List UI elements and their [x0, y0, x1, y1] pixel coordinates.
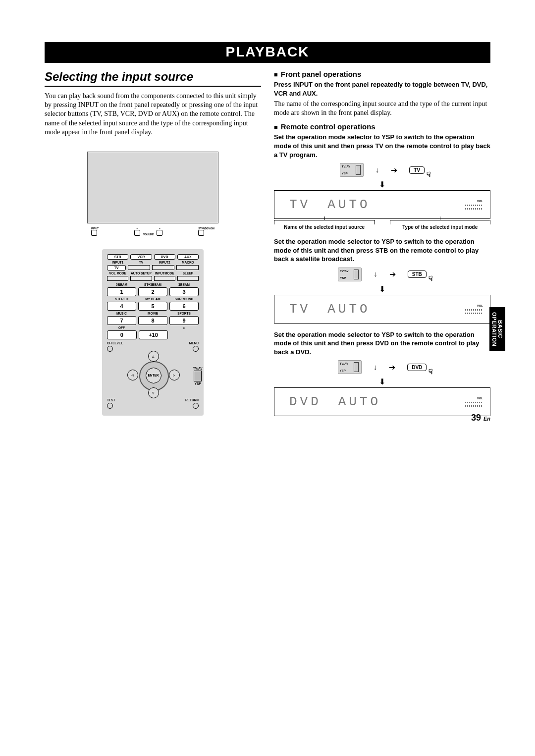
- remote-instruction-tv: Set the operation mode selector to YSP t…: [274, 133, 490, 159]
- mode-switch-icon: TV/AVYSP: [338, 360, 362, 374]
- remote-control-figure: STB VCR DVD AUX INPUT1 TV INPUT2 MACRO T…: [102, 249, 204, 416]
- fp-input-label: INPUT: [91, 227, 99, 230]
- remote-right[interactable]: ▹: [169, 370, 180, 380]
- remote-chlevel[interactable]: [107, 346, 113, 352]
- remote-stb[interactable]: STB: [107, 254, 128, 260]
- section-heading: Selecting the input source: [45, 70, 261, 87]
- diagram-dvd: TV/AVYSP ↓➔ DVD☟ ⬇ DVDAUTO VOL: [274, 360, 490, 416]
- remote-instruction-dvd: Set the operation mode selector to YSP t…: [274, 330, 490, 357]
- switch-arrow-icon: ↓: [375, 166, 379, 174]
- fp-standby-button[interactable]: [198, 230, 204, 236]
- remote-up[interactable]: ▵: [148, 351, 159, 362]
- diagram-tv: TV/AV YSP ↓ ➔ TV☟ ⬇ TVAUTO VOL Name of t…: [274, 163, 490, 230]
- display-dvd: DVDAUTO VOL: [274, 387, 490, 416]
- display-stb: TVAUTO VOL: [274, 295, 490, 324]
- fp-vol-up[interactable]: [157, 230, 162, 236]
- remote-down[interactable]: ▿: [148, 387, 159, 398]
- right-arrow-icon: ➔: [391, 165, 397, 175]
- remote-sq1[interactable]: [128, 265, 150, 270]
- down-arrow-icon: ⬇: [274, 180, 490, 189]
- front-panel-figure: INPUT – VOLUME + STANDBY/ON: [87, 152, 218, 238]
- remote-vcr[interactable]: VCR: [130, 254, 152, 260]
- hand-icon: ☟: [427, 170, 431, 178]
- fp-input-button[interactable]: [91, 230, 97, 236]
- remote-left[interactable]: ◃: [127, 370, 138, 380]
- remote-enter[interactable]: ENTER: [146, 368, 161, 383]
- intro-text: You can play back sound from the compone…: [45, 92, 261, 137]
- fp-standby-label: STANDBY/ON: [198, 227, 214, 230]
- caption-source: Name of the selected input source: [274, 224, 375, 230]
- page-title: PLAYBACK: [45, 42, 490, 63]
- mode-switch-icon: TV/AVYSP: [338, 268, 362, 281]
- remote-return[interactable]: [193, 403, 199, 409]
- display-tv: TVAUTO VOL: [274, 190, 490, 219]
- diagram-stb: TV/AVYSP ↓➔ STB☟ ⬇ TVAUTO VOL: [274, 268, 490, 324]
- fp-vol-down[interactable]: [134, 230, 140, 236]
- dvd-button-label: DVD☟: [407, 364, 427, 371]
- remote-dpad: ENTER ▵ ▿ ◃ ▹ TV/AV YSP: [123, 353, 183, 397]
- front-panel-note: The name of the corresponding input sour…: [274, 100, 490, 117]
- caption-mode: Type of the selected input mode: [390, 224, 491, 230]
- remote-mode-switch[interactable]: [194, 371, 202, 381]
- front-panel-instruction: Press INPUT on the front panel repeatedl…: [274, 80, 490, 98]
- remote-dvd[interactable]: DVD: [154, 254, 175, 260]
- tv-button-label: TV☟: [409, 166, 425, 174]
- remote-tv[interactable]: TV: [107, 265, 126, 270]
- fp-volume-label: VOLUME: [143, 233, 154, 236]
- remote-sq2[interactable]: [152, 265, 174, 270]
- stb-button-label: STB☟: [408, 270, 427, 278]
- mode-switch-icon: TV/AV YSP: [340, 163, 364, 177]
- remote-menu[interactable]: [193, 346, 199, 352]
- page-number: 39 En: [471, 413, 490, 423]
- remote-heading: ■Remote control operations: [274, 122, 490, 131]
- remote-instruction-stb: Set the operation mode selector to YSP t…: [274, 237, 490, 264]
- remote-aux[interactable]: AUX: [177, 254, 199, 260]
- side-tab-basic-operation: BASICOPERATION: [489, 307, 505, 351]
- front-panel-heading: ■Front panel operations: [274, 70, 490, 78]
- remote-sq3[interactable]: [176, 265, 199, 270]
- remote-test[interactable]: [107, 403, 113, 409]
